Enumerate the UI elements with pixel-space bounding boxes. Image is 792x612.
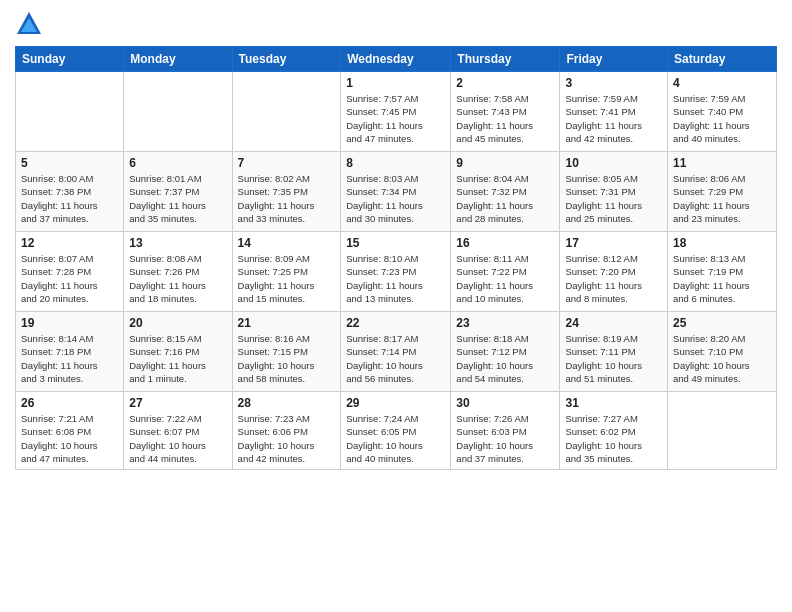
- day-info: Sunrise: 8:15 AMSunset: 7:16 PMDaylight:…: [129, 332, 226, 385]
- day-info: Sunrise: 8:03 AMSunset: 7:34 PMDaylight:…: [346, 172, 445, 225]
- calendar-cell: 19Sunrise: 8:14 AMSunset: 7:18 PMDayligh…: [16, 312, 124, 392]
- calendar-cell: 20Sunrise: 8:15 AMSunset: 7:16 PMDayligh…: [124, 312, 232, 392]
- day-info: Sunrise: 8:17 AMSunset: 7:14 PMDaylight:…: [346, 332, 445, 385]
- calendar-cell: 13Sunrise: 8:08 AMSunset: 7:26 PMDayligh…: [124, 232, 232, 312]
- calendar-cell: 1Sunrise: 7:57 AMSunset: 7:45 PMDaylight…: [341, 72, 451, 152]
- day-number: 1: [346, 76, 445, 90]
- calendar-cell: 4Sunrise: 7:59 AMSunset: 7:40 PMDaylight…: [668, 72, 777, 152]
- calendar-cell: 26Sunrise: 7:21 AMSunset: 6:08 PMDayligh…: [16, 392, 124, 470]
- day-info: Sunrise: 8:10 AMSunset: 7:23 PMDaylight:…: [346, 252, 445, 305]
- day-number: 21: [238, 316, 336, 330]
- calendar-cell: 3Sunrise: 7:59 AMSunset: 7:41 PMDaylight…: [560, 72, 668, 152]
- calendar-cell: 6Sunrise: 8:01 AMSunset: 7:37 PMDaylight…: [124, 152, 232, 232]
- calendar-cell: [16, 72, 124, 152]
- day-info: Sunrise: 8:07 AMSunset: 7:28 PMDaylight:…: [21, 252, 118, 305]
- calendar-cell: 8Sunrise: 8:03 AMSunset: 7:34 PMDaylight…: [341, 152, 451, 232]
- day-number: 18: [673, 236, 771, 250]
- day-number: 27: [129, 396, 226, 410]
- day-info: Sunrise: 8:02 AMSunset: 7:35 PMDaylight:…: [238, 172, 336, 225]
- header: [15, 10, 777, 38]
- day-number: 23: [456, 316, 554, 330]
- day-number: 29: [346, 396, 445, 410]
- calendar-cell: 24Sunrise: 8:19 AMSunset: 7:11 PMDayligh…: [560, 312, 668, 392]
- day-number: 9: [456, 156, 554, 170]
- day-info: Sunrise: 8:11 AMSunset: 7:22 PMDaylight:…: [456, 252, 554, 305]
- day-info: Sunrise: 8:14 AMSunset: 7:18 PMDaylight:…: [21, 332, 118, 385]
- day-number: 4: [673, 76, 771, 90]
- calendar-cell: 2Sunrise: 7:58 AMSunset: 7:43 PMDaylight…: [451, 72, 560, 152]
- day-info: Sunrise: 8:18 AMSunset: 7:12 PMDaylight:…: [456, 332, 554, 385]
- calendar-cell: 29Sunrise: 7:24 AMSunset: 6:05 PMDayligh…: [341, 392, 451, 470]
- day-number: 30: [456, 396, 554, 410]
- day-info: Sunrise: 7:24 AMSunset: 6:05 PMDaylight:…: [346, 412, 445, 465]
- logo-icon: [15, 10, 43, 38]
- calendar-cell: 12Sunrise: 8:07 AMSunset: 7:28 PMDayligh…: [16, 232, 124, 312]
- day-number: 10: [565, 156, 662, 170]
- calendar-cell: 17Sunrise: 8:12 AMSunset: 7:20 PMDayligh…: [560, 232, 668, 312]
- day-info: Sunrise: 8:00 AMSunset: 7:38 PMDaylight:…: [21, 172, 118, 225]
- week-row-1: 1Sunrise: 7:57 AMSunset: 7:45 PMDaylight…: [16, 72, 777, 152]
- calendar-cell: [124, 72, 232, 152]
- week-row-2: 5Sunrise: 8:00 AMSunset: 7:38 PMDaylight…: [16, 152, 777, 232]
- day-info: Sunrise: 7:22 AMSunset: 6:07 PMDaylight:…: [129, 412, 226, 465]
- day-number: 31: [565, 396, 662, 410]
- day-number: 16: [456, 236, 554, 250]
- day-number: 19: [21, 316, 118, 330]
- day-info: Sunrise: 7:58 AMSunset: 7:43 PMDaylight:…: [456, 92, 554, 145]
- day-info: Sunrise: 8:20 AMSunset: 7:10 PMDaylight:…: [673, 332, 771, 385]
- calendar-cell: 7Sunrise: 8:02 AMSunset: 7:35 PMDaylight…: [232, 152, 341, 232]
- day-number: 11: [673, 156, 771, 170]
- calendar-cell: [232, 72, 341, 152]
- day-info: Sunrise: 8:05 AMSunset: 7:31 PMDaylight:…: [565, 172, 662, 225]
- weekday-monday: Monday: [124, 47, 232, 72]
- calendar-cell: 5Sunrise: 8:00 AMSunset: 7:38 PMDaylight…: [16, 152, 124, 232]
- day-info: Sunrise: 7:26 AMSunset: 6:03 PMDaylight:…: [456, 412, 554, 465]
- calendar-cell: 9Sunrise: 8:04 AMSunset: 7:32 PMDaylight…: [451, 152, 560, 232]
- logo: [15, 10, 47, 38]
- day-number: 14: [238, 236, 336, 250]
- day-number: 7: [238, 156, 336, 170]
- day-info: Sunrise: 8:09 AMSunset: 7:25 PMDaylight:…: [238, 252, 336, 305]
- day-info: Sunrise: 8:06 AMSunset: 7:29 PMDaylight:…: [673, 172, 771, 225]
- day-number: 15: [346, 236, 445, 250]
- calendar-cell: 18Sunrise: 8:13 AMSunset: 7:19 PMDayligh…: [668, 232, 777, 312]
- calendar-cell: 14Sunrise: 8:09 AMSunset: 7:25 PMDayligh…: [232, 232, 341, 312]
- day-info: Sunrise: 8:16 AMSunset: 7:15 PMDaylight:…: [238, 332, 336, 385]
- calendar-table: SundayMondayTuesdayWednesdayThursdayFrid…: [15, 46, 777, 470]
- calendar-cell: 11Sunrise: 8:06 AMSunset: 7:29 PMDayligh…: [668, 152, 777, 232]
- day-info: Sunrise: 7:59 AMSunset: 7:40 PMDaylight:…: [673, 92, 771, 145]
- day-number: 26: [21, 396, 118, 410]
- day-number: 12: [21, 236, 118, 250]
- week-row-5: 26Sunrise: 7:21 AMSunset: 6:08 PMDayligh…: [16, 392, 777, 470]
- calendar-cell: 22Sunrise: 8:17 AMSunset: 7:14 PMDayligh…: [341, 312, 451, 392]
- day-number: 8: [346, 156, 445, 170]
- day-info: Sunrise: 8:13 AMSunset: 7:19 PMDaylight:…: [673, 252, 771, 305]
- day-number: 28: [238, 396, 336, 410]
- calendar-cell: 31Sunrise: 7:27 AMSunset: 6:02 PMDayligh…: [560, 392, 668, 470]
- day-number: 22: [346, 316, 445, 330]
- calendar-cell: 21Sunrise: 8:16 AMSunset: 7:15 PMDayligh…: [232, 312, 341, 392]
- calendar-cell: 16Sunrise: 8:11 AMSunset: 7:22 PMDayligh…: [451, 232, 560, 312]
- day-info: Sunrise: 7:57 AMSunset: 7:45 PMDaylight:…: [346, 92, 445, 145]
- weekday-tuesday: Tuesday: [232, 47, 341, 72]
- page: SundayMondayTuesdayWednesdayThursdayFrid…: [0, 0, 792, 612]
- calendar-cell: 28Sunrise: 7:23 AMSunset: 6:06 PMDayligh…: [232, 392, 341, 470]
- day-number: 20: [129, 316, 226, 330]
- day-info: Sunrise: 8:04 AMSunset: 7:32 PMDaylight:…: [456, 172, 554, 225]
- calendar-cell: 30Sunrise: 7:26 AMSunset: 6:03 PMDayligh…: [451, 392, 560, 470]
- day-number: 2: [456, 76, 554, 90]
- day-number: 25: [673, 316, 771, 330]
- weekday-wednesday: Wednesday: [341, 47, 451, 72]
- day-number: 13: [129, 236, 226, 250]
- weekday-header-row: SundayMondayTuesdayWednesdayThursdayFrid…: [16, 47, 777, 72]
- day-info: Sunrise: 8:01 AMSunset: 7:37 PMDaylight:…: [129, 172, 226, 225]
- week-row-3: 12Sunrise: 8:07 AMSunset: 7:28 PMDayligh…: [16, 232, 777, 312]
- calendar-cell: [668, 392, 777, 470]
- day-info: Sunrise: 7:27 AMSunset: 6:02 PMDaylight:…: [565, 412, 662, 465]
- day-info: Sunrise: 8:08 AMSunset: 7:26 PMDaylight:…: [129, 252, 226, 305]
- day-info: Sunrise: 7:59 AMSunset: 7:41 PMDaylight:…: [565, 92, 662, 145]
- week-row-4: 19Sunrise: 8:14 AMSunset: 7:18 PMDayligh…: [16, 312, 777, 392]
- weekday-thursday: Thursday: [451, 47, 560, 72]
- day-info: Sunrise: 7:21 AMSunset: 6:08 PMDaylight:…: [21, 412, 118, 465]
- calendar-cell: 27Sunrise: 7:22 AMSunset: 6:07 PMDayligh…: [124, 392, 232, 470]
